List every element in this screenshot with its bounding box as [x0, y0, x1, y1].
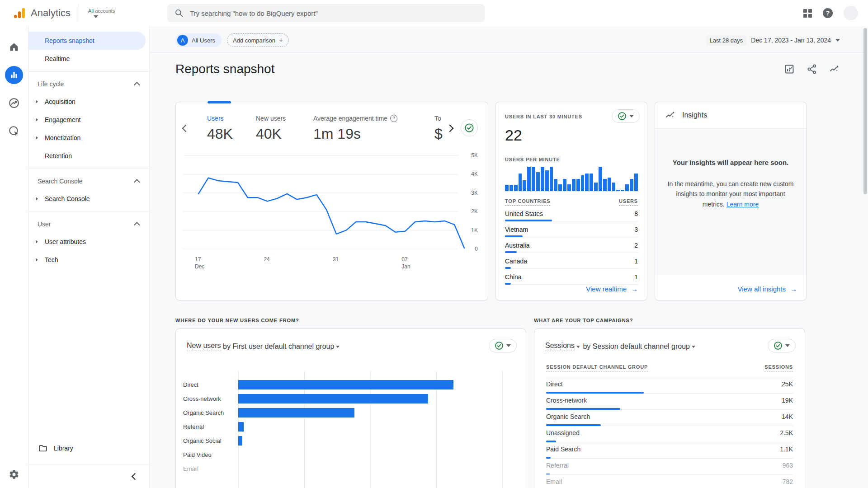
metric-value: 1m 19s	[313, 126, 434, 142]
app-name: Analytics	[31, 7, 71, 19]
users-line-chart: 5K4K3K2K1K017Dec243107Jan	[183, 151, 481, 286]
all-users-comparison-pill[interactable]: A All Users	[175, 33, 222, 47]
new-users-column: WHERE DO YOUR NEW USERS COME FROM? New u…	[175, 318, 526, 488]
session-count-value: 19K	[782, 397, 793, 404]
country-bar-track	[505, 235, 638, 237]
chevron-down-icon[interactable]	[576, 346, 580, 348]
sidebar-item-label: Reports snapshot	[45, 37, 94, 44]
per-minute-bar	[603, 179, 607, 191]
metric-value: 48K	[207, 126, 256, 142]
metric-tab-new-users[interactable]: New users40K	[256, 115, 313, 149]
insights-footer: View all insights →	[655, 275, 806, 300]
sidebar-item-retention[interactable]: Retention	[28, 147, 146, 165]
per-minute-bar	[616, 190, 620, 191]
users-header[interactable]: USERS	[619, 198, 638, 206]
home-icon[interactable]	[5, 38, 23, 56]
sidebar-item-engagement[interactable]: Engagement	[28, 111, 146, 129]
share-icon[interactable]	[807, 64, 817, 75]
scrollbar-thumb[interactable]	[863, 28, 867, 194]
metric-tab-users[interactable]: Users48K	[207, 115, 256, 149]
country-bar-fill	[505, 251, 517, 253]
svg-text:31: 31	[333, 256, 339, 263]
account-switcher[interactable]: All accounts	[88, 8, 115, 18]
sessions-dimension-label: by Session default channel group	[583, 343, 690, 351]
data-quality-badge[interactable]	[612, 109, 640, 123]
explore-icon[interactable]	[5, 94, 23, 112]
channel-label: Paid Video	[183, 451, 238, 458]
avatar[interactable]	[844, 6, 858, 20]
channels-dimension-label: by First user default channel group	[223, 343, 334, 351]
channel-group-column-header[interactable]: SESSION DEFAULT CHANNEL GROUP	[546, 364, 648, 371]
sidebar-item-search-console[interactable]: Search Console	[28, 190, 146, 208]
carousel-next-chevron[interactable]	[446, 125, 454, 132]
comparison-avatar: A	[177, 35, 188, 46]
chevron-up-icon	[134, 82, 140, 88]
advertising-icon[interactable]	[5, 122, 23, 140]
data-quality-badge[interactable]	[768, 339, 796, 352]
arrow-right-icon: →	[631, 285, 638, 293]
per-minute-bar	[621, 190, 624, 191]
metric-label: New users	[256, 115, 313, 122]
sessions-metric-selector[interactable]: Sessions	[545, 342, 575, 351]
expand-triangle-icon	[36, 100, 38, 103]
carousel-prev-chevron[interactable]	[182, 125, 190, 132]
check-circle-icon	[618, 112, 627, 121]
session-row-main: Direct25K	[546, 377, 793, 388]
country-name: China	[505, 273, 522, 281]
gear-icon[interactable]	[0, 469, 28, 480]
edit-report-icon[interactable]	[784, 64, 795, 75]
insights-icon[interactable]	[829, 64, 840, 75]
insights-headline: Your Insights will appear here soon.	[667, 159, 794, 166]
divider	[79, 4, 79, 22]
svg-text:4K: 4K	[471, 171, 478, 177]
date-range-selector[interactable]: Last 28 days Dec 17, 2023 - Jan 13, 2024	[706, 35, 840, 46]
svg-text:Jan: Jan	[401, 263, 410, 270]
apps-grid-icon[interactable]	[803, 9, 812, 18]
new-users-metric-selector[interactable]: New users	[187, 342, 221, 351]
sidebar-collapse[interactable]	[28, 465, 149, 488]
svg-text:24: 24	[264, 256, 270, 263]
brand: Analytics	[0, 6, 71, 20]
channel-bar-row: Email	[183, 462, 519, 476]
metric-value: $	[434, 126, 444, 142]
expand-triangle-icon	[36, 118, 38, 122]
country-name: Canada	[505, 258, 527, 265]
view-realtime-link[interactable]: View realtime →	[586, 285, 638, 293]
view-all-insights-link[interactable]: View all insights →	[738, 285, 797, 293]
top-countries-header[interactable]: TOP COUNTRIES	[505, 198, 550, 206]
data-quality-badge[interactable]	[461, 119, 478, 136]
sidebar-item-acquisition[interactable]: Acquisition	[28, 93, 146, 111]
metric-tab-average-engagement-time[interactable]: Average engagement time?1m 19s	[313, 115, 434, 149]
add-comparison-button[interactable]: Add comparison +	[227, 33, 289, 47]
metric-tab-to[interactable]: To$	[434, 115, 444, 149]
sidebar-item-monetization[interactable]: Monetization	[28, 129, 146, 147]
session-channel-label: Cross-network	[546, 397, 587, 404]
section-header-label: Life cycle	[38, 80, 64, 88]
metric-label: Average engagement time?	[313, 115, 434, 122]
country-row: Vietnam3	[505, 224, 638, 237]
help-icon[interactable]: ?	[390, 115, 397, 122]
sidebar-section-search-console[interactable]: Search Console	[28, 173, 149, 190]
sidebar-item-tech[interactable]: Tech	[28, 251, 146, 269]
chevron-down-icon[interactable]	[336, 346, 340, 348]
sidebar-item-reports-snapshot[interactable]: Reports snapshot	[28, 32, 146, 50]
country-bar-fill	[505, 283, 511, 285]
svg-text:2K: 2K	[471, 208, 478, 215]
help-icon[interactable]: ?	[823, 8, 833, 18]
sidebar-section-life-cycle[interactable]: Life cycle	[28, 75, 149, 93]
reports-icon[interactable]	[5, 66, 23, 84]
per-minute-bar	[599, 167, 602, 191]
chevron-down-icon[interactable]	[692, 346, 695, 348]
data-quality-badge[interactable]	[489, 339, 517, 352]
per-minute-bar	[558, 184, 562, 191]
sidebar-item-realtime[interactable]: Realtime	[28, 50, 146, 68]
per-minute-bar	[567, 184, 571, 191]
sidebar-section-user[interactable]: User	[28, 216, 149, 233]
session-row: Organic Search14K	[546, 410, 793, 426]
search-input[interactable]: Try searching "how to do BigQuery export…	[167, 4, 485, 22]
sessions-column-header[interactable]: SESSIONS	[764, 364, 793, 371]
sidebar-item-user-attributes[interactable]: User attributes	[28, 233, 146, 251]
chevron-down-icon	[629, 115, 634, 117]
sidebar-item-library[interactable]: Library	[28, 438, 149, 458]
learn-more-link[interactable]: Learn more	[726, 201, 759, 208]
